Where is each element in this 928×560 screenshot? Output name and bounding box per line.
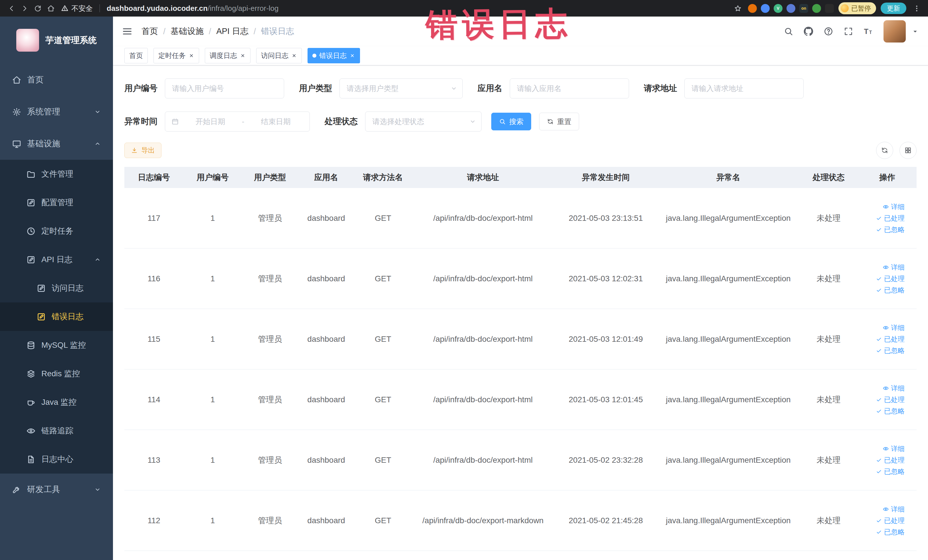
action-已处理[interactable]: 已处理 [876,335,905,344]
action-已忽略[interactable]: 已忽略 [876,467,905,476]
fullscreen-icon[interactable] [844,26,853,36]
sidebar-item-job[interactable]: 定时任务 [0,217,113,245]
close-icon[interactable] [291,53,297,58]
browser-update-button[interactable]: 更新 [881,3,906,14]
action-详细[interactable]: 详细 [883,323,905,333]
action-已处理[interactable]: 已处理 [876,395,905,404]
proxy-switch-icon[interactable]: on [799,4,808,13]
sidebar-item-file[interactable]: 文件管理 [0,160,113,188]
sync-paused-badge[interactable]: 已暂停 [838,2,876,14]
browser-menu-icon[interactable] [911,3,922,14]
sidebar-item-redis[interactable]: Redis 监控 [0,359,113,388]
table-body: 1171管理员dashboardGET/api/infra/db-doc/exp… [124,188,917,551]
action-详细[interactable]: 详细 [883,263,905,272]
refresh-table-button[interactable] [876,142,893,159]
sidebar-item-java[interactable]: Java 监控 [0,388,113,417]
sidebar-item-log-center[interactable]: 日志中心 [0,445,113,473]
avatar-caret-down-icon[interactable] [912,28,918,35]
error-log-table: 日志编号用户编号用户类型应用名请求方法名请求地址异常发生时间异常名处理状态操作 … [124,167,917,551]
tampermonkey-icon[interactable] [825,4,834,13]
app-name-input[interactable] [510,78,629,98]
sidebar-item-dev-tools[interactable]: 研发工具 [0,473,113,505]
cell-url: /api/infra/db-doc/export-html [412,335,554,344]
action-已处理[interactable]: 已处理 [876,274,905,283]
extension-blue-icon[interactable] [761,4,770,13]
extension-orange-icon[interactable] [748,4,757,13]
breadcrumb-item[interactable]: API 日志 [216,26,249,37]
sidebar-item-system[interactable]: 系统管理 [0,96,113,128]
table-row: 1161管理员dashboardGET/api/infra/db-doc/exp… [124,249,917,309]
avatar[interactable] [884,20,906,43]
browser-home-icon[interactable] [45,3,56,14]
extension-grid-icon[interactable] [786,4,795,13]
search-button[interactable]: 搜索 [491,113,531,130]
close-icon[interactable] [350,53,355,58]
user-type-select[interactable]: 请选择用户类型 [339,78,463,98]
action-详细[interactable]: 详细 [883,505,905,514]
export-button[interactable]: 导出 [124,143,162,158]
breadcrumb-item[interactable]: 首页 [142,26,158,37]
sidebar-item-label: 访问日志 [52,283,84,293]
action-详细[interactable]: 详细 [883,202,905,211]
browser-forward-icon[interactable] [19,3,30,14]
action-已忽略[interactable]: 已忽略 [876,346,905,355]
tab-调度日志[interactable]: 调度日志 [205,48,250,63]
tab-访问日志[interactable]: 访问日志 [256,48,302,63]
date-range-picker[interactable]: 开始日期 - 结束日期 [165,111,310,131]
vue-devtools-icon[interactable]: V [774,4,783,13]
browser-back-icon[interactable] [6,3,17,14]
breadcrumb-item[interactable]: 基础设施 [171,26,204,37]
action-已忽略[interactable]: 已忽略 [876,285,905,295]
user-id-input[interactable] [165,78,284,98]
cell-user_id: 1 [183,274,242,283]
browser-reload-icon[interactable] [32,3,43,14]
sidebar-item-error-log[interactable]: 错误日志 [0,302,113,331]
url-host: dashboard.yudao.iocoder.cn [107,4,208,13]
action-已忽略[interactable]: 已忽略 [876,528,905,537]
eye-icon [883,204,889,210]
request-url-input[interactable] [684,78,804,98]
sidebar-item-access-log[interactable]: 访问日志 [0,274,113,302]
sidebar-item-trace[interactable]: 链路追踪 [0,417,113,445]
action-详细[interactable]: 详细 [883,384,905,393]
sidebar-item-mysql[interactable]: MySQL 监控 [0,331,113,359]
action-详细[interactable]: 详细 [883,444,905,453]
database-icon [26,340,36,350]
sidebar-menu: 首页系统管理基础设施文件管理配置管理定时任务API 日志访问日志错误日志MySQ… [0,64,113,505]
action-已处理[interactable]: 已处理 [876,516,905,525]
action-已处理[interactable]: 已处理 [876,214,905,223]
cell-exception: java.lang.IllegalArgumentException [657,395,799,404]
sidebar-item-label: 日志中心 [41,454,73,465]
extension-green-icon[interactable] [812,4,821,13]
app-logo[interactable]: 芋道管理系统 [0,17,113,64]
sidebar-item-api-log[interactable]: API 日志 [0,245,113,274]
table-toolbar: 导出 [124,142,917,159]
reset-button[interactable]: 重置 [539,113,579,130]
cell-time: 2021-05-03 12:02:31 [554,274,657,283]
github-icon[interactable] [804,26,814,36]
search-icon[interactable] [784,26,793,36]
filter-user-id: 用户编号 [124,78,284,98]
paused-label: 已暂停 [851,4,871,13]
cell-user_id: 1 [183,516,242,525]
tab-首页[interactable]: 首页 [124,48,148,63]
tab-错误日志[interactable]: 错误日志 [308,48,360,63]
question-icon[interactable] [824,26,833,36]
bookmark-star-icon[interactable] [732,3,743,14]
action-已忽略[interactable]: 已忽略 [876,225,905,234]
security-indicator[interactable]: 不安全 [61,4,93,13]
close-icon[interactable] [240,53,246,58]
sidebar-item-home[interactable]: 首页 [0,64,113,96]
hamburger-icon[interactable] [122,26,133,37]
action-已处理[interactable]: 已处理 [876,456,905,465]
close-icon[interactable] [189,53,194,58]
tab-定时任务[interactable]: 定时任务 [154,48,199,63]
url-bar[interactable]: dashboard.yudao.iocoder.cn/infra/log/api… [107,4,279,13]
process-status-select[interactable]: 请选择处理状态 [365,111,482,131]
sidebar-item-infra[interactable]: 基础设施 [0,128,113,160]
action-已忽略[interactable]: 已忽略 [876,406,905,416]
column-settings-button[interactable] [899,142,917,159]
font-size-icon[interactable]: TT [864,26,873,36]
sidebar-item-config[interactable]: 配置管理 [0,188,113,217]
column-header-status: 处理状态 [799,172,858,183]
